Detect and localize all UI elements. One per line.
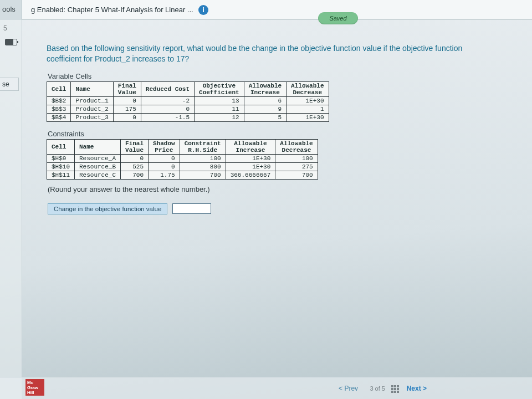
- answer-label: Change in the objective function value: [48, 203, 167, 214]
- table-row: $H$11 Resource_C 700 1.75 700 366.666666…: [47, 171, 318, 179]
- cell: 6: [244, 96, 286, 105]
- cell: 175: [113, 105, 141, 113]
- table-row: $B$4 Product_3 0 -1.5 12 5 1E+30: [47, 113, 329, 121]
- battery-icon: [5, 39, 17, 45]
- grid-icon[interactable]: [391, 385, 399, 393]
- col-final: Final Value: [121, 139, 149, 154]
- cell: -1.5: [141, 113, 194, 121]
- cell: 1E+30: [226, 162, 275, 171]
- tab-se[interactable]: se: [0, 78, 19, 91]
- cell: 700: [275, 171, 318, 179]
- assignment-title-text: g Enabled: Chapter 5 What-If Analysis fo…: [31, 6, 193, 14]
- prev-button[interactable]: < Prev: [333, 382, 364, 395]
- cell: $H$11: [47, 171, 75, 179]
- cell: Product_3: [71, 113, 113, 121]
- variable-cells-heading: Variable Cells: [48, 72, 519, 80]
- col-shadow: Shadow Price: [149, 139, 180, 154]
- mcgraw-hill-logo: Mc Graw Hill: [25, 379, 44, 396]
- cell: 275: [275, 162, 318, 171]
- answer-input[interactable]: [172, 203, 211, 214]
- assignment-title: g Enabled: Chapter 5 What-If Analysis fo…: [31, 5, 208, 15]
- col-name: Name: [71, 81, 113, 96]
- cell: Resource_A: [75, 154, 121, 162]
- cell: Product_1: [71, 96, 113, 105]
- cell: 9: [244, 105, 286, 113]
- cell: 100: [275, 154, 318, 162]
- cell: 700: [180, 171, 226, 179]
- cell: 0: [113, 96, 141, 105]
- question-text: Based on the following sensitivity repor…: [47, 43, 490, 64]
- next-button[interactable]: Next >: [401, 382, 432, 395]
- navigation: < Prev 3 of 5 Next >: [333, 382, 432, 395]
- table-row: $H$10 Resource_B 525 0 800 1E+30 275: [47, 162, 318, 171]
- constraints-table: Cell Name Final Value Shadow Price Const…: [47, 139, 318, 180]
- cell: 0: [113, 113, 141, 121]
- cell: -2: [141, 96, 194, 105]
- cell: 1E+30: [287, 113, 329, 121]
- cell: Resource_B: [75, 162, 121, 171]
- cell: 12: [195, 113, 244, 121]
- cell: 0: [141, 105, 194, 113]
- rounding-note: (Round your answer to the nearest whole …: [48, 185, 519, 193]
- cell: $H$10: [47, 162, 75, 171]
- cell: $B$3: [47, 105, 71, 113]
- constraints-heading: Constraints: [48, 130, 519, 138]
- top-bar: ools g Enabled: Chapter 5 What-If Analys…: [0, 0, 532, 20]
- table-row: $B$2 Product_1 0 -2 13 6 1E+30: [47, 96, 329, 105]
- col-cell: Cell: [47, 139, 75, 154]
- cell: 0: [149, 154, 180, 162]
- cell: 525: [121, 162, 149, 171]
- col-reduced: Reduced Cost: [141, 81, 194, 96]
- answer-row: Change in the objective function value: [48, 203, 519, 214]
- cell: 1: [287, 105, 329, 113]
- cell: Product_2: [71, 105, 113, 113]
- cell: 1E+30: [287, 96, 329, 105]
- cell: 5: [244, 113, 286, 121]
- cell: 366.6666667: [226, 171, 275, 179]
- col-allow-dec: Allowable Decrease: [287, 81, 329, 96]
- variable-cells-table: Cell Name Final Value Reduced Cost Objec…: [47, 81, 329, 122]
- col-allow-inc: Allowable Increase: [226, 139, 275, 154]
- col-rhs: Constraint R.H.Side: [180, 139, 226, 154]
- col-allow-dec: Allowable Decrease: [275, 139, 318, 154]
- tab-tools[interactable]: ools: [0, 0, 22, 20]
- info-icon[interactable]: i: [198, 5, 208, 15]
- cell: 800: [180, 162, 226, 171]
- table-row: $H$9 Resource_A 0 0 100 1E+30 100: [47, 154, 318, 162]
- cell: $B$4: [47, 113, 71, 121]
- table-row: $B$3 Product_2 175 0 11 9 1: [47, 105, 329, 113]
- cell: 0: [149, 162, 180, 171]
- page-indicator: 3 of 5: [370, 385, 385, 392]
- cell: 0: [121, 154, 149, 162]
- cell: 100: [180, 154, 226, 162]
- cell: 700: [121, 171, 149, 179]
- left-rail: 5: [0, 20, 22, 399]
- col-allow-inc: Allowable Increase: [244, 81, 286, 96]
- cell: $B$2: [47, 96, 71, 105]
- saved-badge: Saved: [318, 12, 358, 24]
- col-final: Final Value: [113, 81, 141, 96]
- col-cell: Cell: [47, 81, 71, 96]
- footer: Mc Graw Hill < Prev 3 of 5 Next >: [0, 377, 532, 399]
- table-header-row: Cell Name Final Value Shadow Price Const…: [47, 139, 318, 154]
- question-content: Based on the following sensitivity repor…: [47, 43, 519, 214]
- rail-number: 5: [3, 24, 22, 32]
- cell: $H$9: [47, 154, 75, 162]
- col-objective: Objective Coefficient: [195, 81, 244, 96]
- cell: 1.75: [149, 171, 180, 179]
- table-header-row: Cell Name Final Value Reduced Cost Objec…: [47, 81, 329, 96]
- cell: 13: [195, 96, 244, 105]
- col-name: Name: [75, 139, 121, 154]
- cell: 1E+30: [226, 154, 275, 162]
- cell: 11: [195, 105, 244, 113]
- cell: Resource_C: [75, 171, 121, 179]
